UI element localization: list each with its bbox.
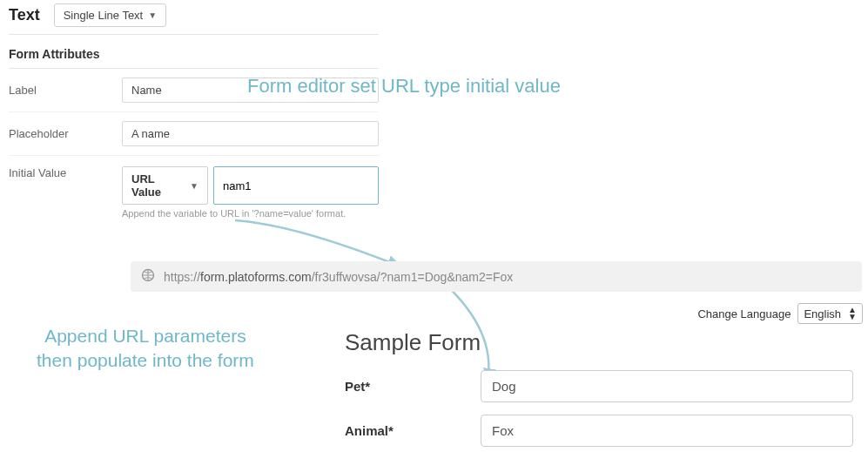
chevron-down-icon: ▼: [190, 181, 198, 191]
pet-input[interactable]: [481, 370, 853, 402]
placeholder-row: Placeholder: [9, 112, 379, 156]
url-text: https://form.platoforms.com/fr3uffwovsa/…: [164, 270, 513, 284]
placeholder-field-label: Placeholder: [9, 127, 122, 140]
editor-title: Text: [9, 6, 40, 24]
pet-label: Pet*: [345, 379, 481, 394]
field-type-label: Single Line Text: [64, 9, 144, 22]
language-label: Change Language: [697, 307, 791, 320]
language-row: Change Language English ▲▼: [697, 303, 863, 324]
initial-value-controls: URL Value ▼ Append the variable to URL i…: [122, 166, 379, 219]
url-host: form.platoforms.com: [200, 270, 312, 284]
initial-value-label: Initial Value: [9, 166, 122, 179]
animal-label: Animal*: [345, 423, 481, 438]
sample-form-title: Sample Form: [345, 329, 853, 356]
sample-form-row-pet: Pet*: [345, 370, 853, 402]
initial-value-type-dropdown[interactable]: URL Value ▼: [122, 166, 208, 205]
language-select[interactable]: English ▲▼: [797, 303, 863, 324]
initial-value-type-label: URL Value: [131, 172, 185, 199]
annotation-left-line2: then populate into the form: [37, 350, 254, 370]
language-selected: English: [804, 307, 841, 320]
initial-value-param-input[interactable]: [213, 166, 379, 205]
annotation-top: Form editor set URL type initial value: [247, 75, 561, 98]
form-editor-panel: Text Single Line Text ▼ Form Attributes …: [9, 0, 379, 227]
editor-header: Text Single Line Text ▼: [9, 0, 379, 35]
label-field-label: Label: [9, 84, 122, 97]
url-prefix: https://: [164, 270, 200, 284]
placeholder-input[interactable]: [122, 121, 379, 146]
animal-input[interactable]: [481, 415, 853, 447]
initial-value-row: Initial Value URL Value ▼ Append the var…: [9, 156, 379, 227]
chevron-down-icon: ▼: [148, 10, 157, 20]
address-bar[interactable]: https://form.platoforms.com/fr3uffwovsa/…: [131, 261, 862, 292]
initial-value-hint: Append the variable to URL in '?name=val…: [122, 208, 379, 219]
field-type-dropdown[interactable]: Single Line Text ▼: [54, 3, 166, 27]
form-attributes-heading: Form Attributes: [9, 35, 379, 69]
url-path: /fr3uffwovsa/?nam1=Dog&nam2=Fox: [312, 270, 514, 284]
globe-icon: [141, 268, 155, 285]
annotation-left: Append URL parameters then populate into…: [37, 324, 254, 374]
select-stepper-icon: ▲▼: [848, 307, 857, 320]
sample-form: Sample Form Pet* Animal*: [345, 329, 853, 452]
annotation-left-line1: Append URL parameters: [44, 326, 246, 346]
sample-form-row-animal: Animal*: [345, 415, 853, 447]
